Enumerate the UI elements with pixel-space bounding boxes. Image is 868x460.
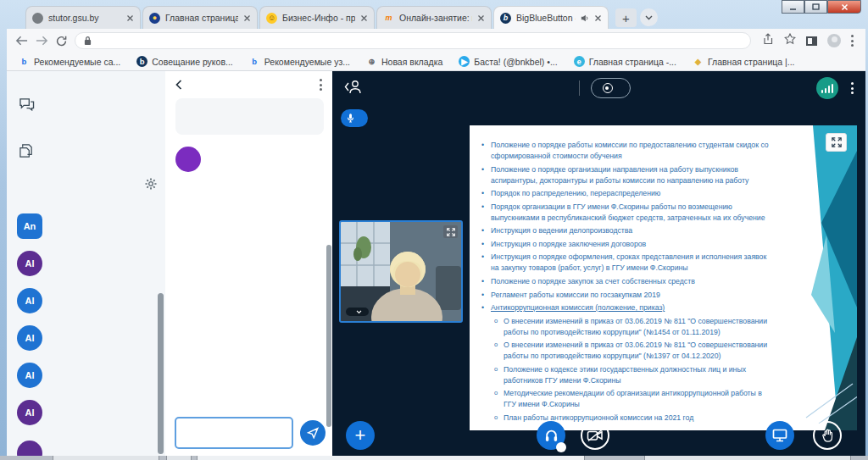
user-list-item[interactable]: Al [7,245,165,282]
meeting-header [332,71,865,105]
chat-scrollbar[interactable] [326,245,331,427]
bookmark-item[interactable]: b Рекомендуемые уз... [249,56,350,67]
webcam-share-button[interactable] [581,421,609,450]
user-list-item[interactable]: Al [7,357,165,394]
bookmark-label: Главная страница |... [708,57,795,67]
tab-favicon-icon: ☺ [266,13,277,24]
bookmark-favicon-icon: e [574,56,585,67]
user-avatar: An [17,213,42,239]
chat-input[interactable] [175,417,293,449]
chat-input-row [165,410,332,456]
tab-favicon-icon [32,13,43,24]
window-controls [782,0,861,14]
new-tab-button[interactable]: + [615,8,637,27]
bookmark-item[interactable]: ◆ Главная страница |... [693,56,795,67]
headphones-icon [544,429,559,442]
reload-button[interactable] [56,36,67,47]
bookmark-item[interactable]: e Главная страница -... [574,56,676,67]
profile-avatar[interactable] [827,34,841,47]
slide-bullet: Антикоррупционная комиссия (положение, п… [481,302,772,313]
bookmark-item[interactable]: ⊕ Новая вкладка [366,56,442,67]
sidebar-item-shared-notes[interactable] [7,136,165,165]
raise-hand-button[interactable] [813,421,842,450]
slide-bullet: О внесении изменений в приказ от 03.06.2… [494,316,772,338]
tab-title: Бизнес-Инфо - правовая [282,13,355,23]
bookmark-label: Новая вкладка [381,57,442,67]
bookmark-favicon-icon: b [249,56,260,67]
tab-close-icon[interactable] [360,14,368,22]
address-bar[interactable] [75,32,751,49]
bookmark-favicon-icon: b [19,56,30,67]
welcome-message [175,98,324,135]
sidebar-item-public-chat[interactable] [7,90,165,118]
webcam-name-label[interactable] [346,308,369,316]
mic-icon [347,113,354,124]
gear-icon[interactable] [145,178,157,190]
send-message-button[interactable] [300,420,326,446]
tab-title: BigBlueButton - Онлай [516,13,576,23]
browser-tab[interactable]: m Онлайн-занятие: правовые [376,6,492,29]
side-panel-icon[interactable] [806,36,817,46]
bookmark-label: Совещание руков... [152,57,232,67]
slide-bullet: Положение о порядке организации направле… [481,164,772,186]
bookmark-item[interactable]: b Совещание руков... [136,56,232,67]
hand-icon [821,429,834,442]
user-list-item[interactable]: Al [7,282,165,319]
bbb-sidebar: An Al Al Al [7,71,165,456]
user-avatar: Al [17,325,42,351]
user-list-item[interactable]: An [7,208,165,245]
user-list-item[interactable] [7,431,165,456]
user-list-item[interactable]: Al [7,394,165,431]
chat-header [165,71,332,97]
bookmark-star-icon[interactable] [784,33,796,48]
user-avatar: Al [17,288,42,313]
camera-off-icon [587,429,604,442]
maximize-button[interactable] [804,0,827,14]
browser-tab[interactable]: b BigBlueButton - Онлай [493,6,609,29]
tab-title: Онлайн-занятие: правовые [399,13,472,23]
share-icon[interactable] [762,33,774,48]
browser-menu-icon[interactable] [851,35,854,47]
bookmark-item[interactable]: b Рекомендуемые са... [19,56,120,67]
back-button[interactable] [15,36,28,46]
tab-close-icon[interactable] [594,14,602,22]
record-icon [603,83,613,93]
back-chevron-icon[interactable] [175,80,182,90]
slide-bullet: Инструкция о порядке оформления, сроках … [481,252,772,274]
browser-tab[interactable]: ☺ Бизнес-Инфо - правовая [259,6,375,29]
bookmark-label: Баста! (@bnkbel) •... [474,57,557,67]
tab-title: Главная страница | Гомель [165,13,238,23]
audio-status-dot [556,442,566,452]
presentation-slide: Положение о порядке работы комиссии по п… [470,125,857,430]
slide-bullet: Положение о кодексе этики государственны… [494,364,772,386]
close-button[interactable] [827,0,861,14]
webcam-video[interactable] [339,220,463,323]
tab-close-icon[interactable] [477,14,485,22]
actions-plus-button[interactable]: + [346,421,375,450]
chat-menu-icon[interactable] [320,79,322,91]
tab-search-button[interactable] [640,8,658,26]
user-avatar: Al [17,251,42,276]
browser-tab[interactable]: stutor.gsu.by [25,6,141,29]
user-list-scrollbar[interactable] [158,293,164,454]
start-recording-button[interactable] [591,78,631,98]
slide-bullet: Инструкция о ведении делопроизводства [481,225,772,236]
forward-button[interactable] [36,36,48,46]
bookmark-item[interactable]: ▶ Баста! (@bnkbel) •... [459,56,557,67]
minimize-button[interactable] [782,0,804,14]
presentation-fullscreen-button[interactable] [826,133,847,152]
user-list-item[interactable] [7,196,165,208]
tab-close-icon[interactable] [243,14,251,22]
user-avatar: Al [17,400,42,425]
slide-bullet: Методические рекомендации об организации… [494,388,772,410]
audio-button[interactable] [537,421,565,450]
browser-window: stutor.gsu.by ● Главная страница | Гомел… [7,3,865,456]
tab-close-icon[interactable] [126,14,134,22]
browser-tab[interactable]: ● Главная страница | Гомель [142,6,258,29]
bookmark-favicon-icon: ⊕ [366,56,377,67]
webcam-fullscreen-icon[interactable] [443,225,458,238]
active-talker-pill[interactable] [341,109,368,127]
minimize-presentation-button[interactable] [765,421,794,450]
user-list-item[interactable]: Al [7,319,165,357]
send-icon [307,427,319,439]
